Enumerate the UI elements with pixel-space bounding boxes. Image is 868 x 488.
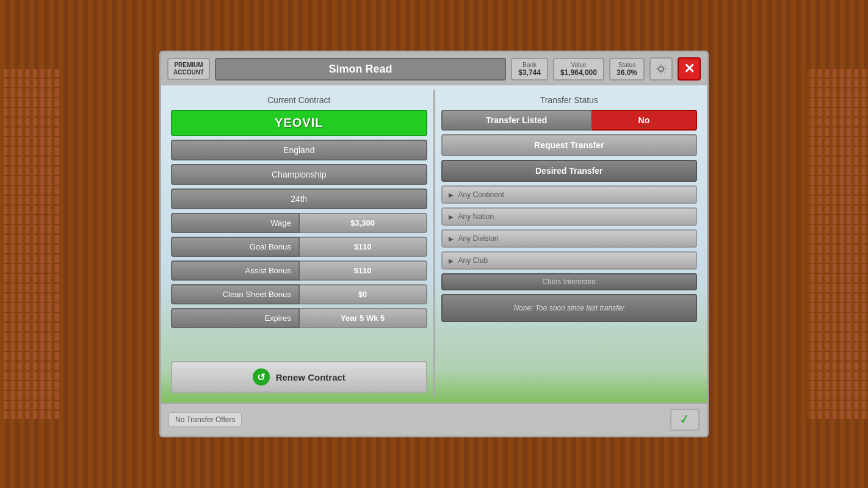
nation-arrow-icon: ▶ xyxy=(449,214,454,220)
goal-bonus-label: Goal Bonus xyxy=(171,237,300,257)
checkmark-icon: ✓ xyxy=(678,411,692,429)
bank-stat-box: Bank $3,744 xyxy=(511,58,548,81)
stadium-background: PREMIUM ACCOUNT Simon Read Bank $3,744 V… xyxy=(0,0,868,488)
any-continent-dropdown[interactable]: ▶ Any Continent xyxy=(441,185,698,204)
gear-icon xyxy=(654,62,668,76)
wage-value: $3,300 xyxy=(300,213,427,233)
renew-contract-label: Renew Contract xyxy=(276,372,345,382)
player-name-display: Simon Read xyxy=(215,58,506,81)
any-division-label: Any Division xyxy=(458,234,499,243)
continent-arrow-icon: ▶ xyxy=(449,192,454,198)
bank-label: Bank xyxy=(518,62,541,68)
expires-value: Year 5 Wk 5 xyxy=(300,308,427,328)
content-area: Current Contract YEOVIL England Champion… xyxy=(161,85,707,403)
value-stat-box: Value $1,964,000 xyxy=(553,58,604,81)
title-bar: PREMIUM ACCOUNT Simon Read Bank $3,744 V… xyxy=(161,52,707,85)
clean-sheet-bonus-value: $0 xyxy=(300,284,427,304)
confirm-button[interactable]: ✓ xyxy=(670,409,700,431)
renew-contract-button[interactable]: ↺ Renew Contract xyxy=(171,361,427,393)
division-arrow-icon: ▶ xyxy=(449,235,454,242)
any-nation-dropdown[interactable]: ▶ Any Nation xyxy=(441,207,698,226)
premium-account-button[interactable]: PREMIUM ACCOUNT xyxy=(167,58,210,80)
clubs-interested-label: Clubs Interested xyxy=(441,273,698,290)
assist-bonus-label: Assist Bonus xyxy=(171,260,300,281)
club-name-button[interactable]: YEOVIL xyxy=(171,110,427,136)
nation-button[interactable]: England xyxy=(171,140,427,160)
position-button[interactable]: 24th xyxy=(171,188,427,209)
any-club-label: Any Club xyxy=(458,256,488,265)
settings-button[interactable] xyxy=(649,57,673,81)
goal-bonus-row: Goal Bonus $110 xyxy=(171,237,427,257)
wage-label: Wage xyxy=(171,213,300,233)
wage-row: Wage $3,300 xyxy=(171,213,427,233)
desired-transfer-button[interactable]: Desired Transfer xyxy=(441,160,698,182)
svg-point-0 xyxy=(659,66,664,71)
status-label: Status xyxy=(617,62,637,68)
expires-row: Expires Year 5 Wk 5 xyxy=(171,308,427,328)
clubs-none-message: None: Too soon since last transfer xyxy=(441,294,698,322)
left-panel-title: Current Contract xyxy=(171,95,427,105)
assist-bonus-value: $110 xyxy=(300,260,427,281)
close-button[interactable]: ✕ xyxy=(678,57,701,81)
bank-value: $3,744 xyxy=(518,68,541,77)
right-panel: Transfer Status Transfer Listed No Reque… xyxy=(436,90,703,398)
status-value: 36.0% xyxy=(617,68,637,77)
league-button[interactable]: Championship xyxy=(171,164,427,185)
value-label: Value xyxy=(560,62,597,68)
left-stadium-col xyxy=(0,0,61,488)
expires-label: Expires xyxy=(171,308,300,328)
goal-bonus-value: $110 xyxy=(300,237,427,257)
clean-sheet-bonus-label: Clean Sheet Bonus xyxy=(171,284,300,304)
main-dialog: PREMIUM ACCOUNT Simon Read Bank $3,744 V… xyxy=(159,51,709,437)
right-panel-title: Transfer Status xyxy=(441,95,698,105)
any-continent-label: Any Continent xyxy=(458,190,504,199)
renew-icon: ↺ xyxy=(253,368,270,386)
clean-sheet-bonus-row: Clean Sheet Bonus $0 xyxy=(171,284,427,304)
club-arrow-icon: ▶ xyxy=(449,257,454,264)
transfer-listed-value: No xyxy=(592,110,697,131)
bottom-bar: No Transfer Offers ✓ xyxy=(161,403,707,436)
no-transfer-offers-label: No Transfer Offers xyxy=(168,412,242,427)
any-club-dropdown[interactable]: ▶ Any Club xyxy=(441,251,698,270)
request-transfer-button[interactable]: Request Transfer xyxy=(441,134,698,156)
assist-bonus-row: Assist Bonus $110 xyxy=(171,260,427,281)
transfer-listed-row: Transfer Listed No xyxy=(441,110,698,131)
status-stat-box: Status 36.0% xyxy=(609,58,645,81)
panel-divider xyxy=(433,90,435,398)
transfer-listed-label: Transfer Listed xyxy=(441,110,592,131)
any-nation-label: Any Nation xyxy=(458,212,494,221)
value-value: $1,964,000 xyxy=(560,68,597,77)
left-panel: Current Contract YEOVIL England Champion… xyxy=(166,90,432,398)
right-stadium-col xyxy=(807,0,868,488)
any-division-dropdown[interactable]: ▶ Any Division xyxy=(441,229,698,248)
